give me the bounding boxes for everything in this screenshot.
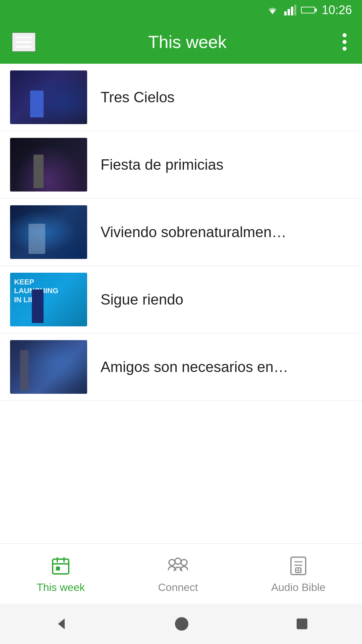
tab-audio-bible-label: Audio Bible (271, 581, 325, 594)
android-nav-bar (0, 604, 362, 644)
list-item[interactable]: Tres Cielos (0, 64, 362, 131)
connect-icon (166, 554, 190, 578)
svg-rect-26 (297, 619, 307, 629)
wifi-icon (265, 5, 280, 15)
battery-icon (301, 5, 317, 15)
svg-point-25 (175, 617, 188, 631)
android-back-button[interactable] (53, 616, 69, 632)
tab-audio-bible[interactable]: Audio Bible (258, 550, 339, 597)
item-title-3: Viviendo sobrenaturalmen… (101, 222, 286, 241)
thumbnail-3 (10, 205, 87, 259)
android-recents-button[interactable] (295, 616, 309, 631)
svg-point-9 (343, 47, 347, 51)
tab-connect[interactable]: Connect (144, 550, 211, 597)
svg-rect-1 (288, 9, 290, 15)
list-item[interactable]: Amigos son necesarios en… (0, 333, 362, 401)
svg-point-8 (343, 40, 347, 44)
svg-rect-5 (315, 8, 317, 12)
svg-rect-0 (284, 11, 287, 15)
status-time: 10:26 (322, 3, 352, 17)
thumbnail-5 (10, 340, 87, 394)
list-item[interactable]: Fiesta de primicias (0, 131, 362, 199)
svg-point-16 (181, 559, 187, 566)
status-icons: 10:26 (265, 3, 352, 17)
list-item[interactable]: Viviendo sobrenaturalmen… (0, 199, 362, 266)
svg-rect-14 (56, 567, 60, 571)
tab-this-week[interactable]: This week (23, 550, 98, 597)
svg-marker-24 (58, 619, 65, 629)
svg-point-17 (175, 558, 181, 564)
item-title-5: Amigos son necesarios en… (101, 357, 288, 376)
svg-point-7 (343, 33, 347, 37)
more-options-button[interactable] (339, 29, 350, 55)
svg-rect-2 (291, 7, 293, 15)
svg-rect-6 (302, 7, 314, 13)
svg-rect-10 (53, 559, 69, 574)
tab-this-week-label: This week (37, 581, 85, 594)
thumb-4-overlay: KEEPLAUNCHINGIN LIFE (14, 278, 58, 304)
app-bar: This week (0, 20, 362, 64)
audio-bible-icon (286, 554, 310, 578)
android-home-button[interactable] (174, 616, 190, 632)
bottom-nav: This week Connect (0, 543, 362, 604)
svg-rect-3 (294, 5, 296, 15)
item-title-2: Fiesta de primicias (101, 155, 224, 174)
app-bar-title: This week (36, 32, 339, 52)
list-item[interactable]: KEEPLAUNCHINGIN LIFE Sigue riendo (0, 266, 362, 333)
this-week-icon (49, 554, 73, 578)
hamburger-button[interactable] (12, 33, 36, 52)
thumbnail-2 (10, 138, 87, 192)
svg-point-15 (169, 559, 175, 566)
item-title-1: Tres Cielos (101, 88, 175, 107)
content-list: Tres Cielos Fiesta de primicias Viviendo… (0, 64, 362, 543)
thumbnail-4: KEEPLAUNCHINGIN LIFE (10, 273, 87, 326)
signal-icon (284, 5, 296, 15)
tab-connect-label: Connect (158, 581, 198, 594)
item-title-4: Sigue riendo (101, 290, 183, 309)
status-bar: 10:26 (0, 0, 362, 20)
thumbnail-1 (10, 70, 87, 124)
